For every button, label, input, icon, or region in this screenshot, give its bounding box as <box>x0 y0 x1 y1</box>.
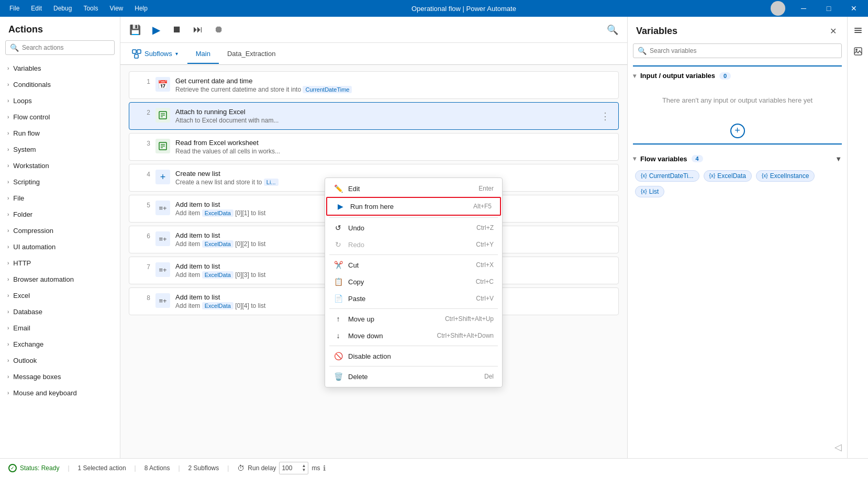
ctx-move-down[interactable]: ↓ Move down Ctrl+Shift+Alt+Down <box>325 327 502 344</box>
menu-file[interactable]: File <box>4 3 25 14</box>
flow-vars-header[interactable]: ▾ Flow variables 4 ▼ <box>633 150 842 166</box>
sidebar-item-conditionals[interactable]: › Conditionals <box>0 76 120 93</box>
add-variable-button[interactable]: + <box>633 124 842 138</box>
subflows-button[interactable]: Subflows ▾ <box>127 46 183 62</box>
record-button[interactable]: ⏺ <box>210 21 227 38</box>
layers-button[interactable] <box>850 22 866 39</box>
ctx-disable[interactable]: 🚫 Disable action <box>325 348 502 364</box>
vars-search-container[interactable]: 🔍 <box>633 43 842 58</box>
sidebar-item-ui-automation[interactable]: › UI automation <box>0 239 120 255</box>
flow-step-1[interactable]: 1 📅 Get current date and time Retrieve t… <box>129 71 619 99</box>
step-more-icon[interactable]: ⋮ <box>598 110 612 122</box>
step-content: Read from Excel worksheet Read the value… <box>175 139 612 155</box>
ctx-cut[interactable]: ✂️ Cut Ctrl+X <box>325 257 502 273</box>
menu-view[interactable]: View <box>104 3 128 14</box>
sidebar-item-http[interactable]: › HTTP <box>0 255 120 271</box>
menu-tools[interactable]: Tools <box>78 3 103 14</box>
sidebar-item-loops[interactable]: › Loops <box>0 93 120 109</box>
add-circle-icon[interactable]: + <box>730 124 745 138</box>
vars-search-input[interactable] <box>650 47 837 54</box>
var-chip-excelinstance[interactable]: {x} ExcelInstance <box>756 170 815 182</box>
close-button[interactable]: ✕ <box>842 0 866 17</box>
step-title: Read from Excel worksheet <box>175 139 612 147</box>
sidebar-item-flow-control[interactable]: › Flow control <box>0 109 120 125</box>
ctx-paste[interactable]: 📄 Paste Ctrl+V <box>325 290 502 307</box>
sidebar-item-label: UI automation <box>13 243 55 251</box>
flow-step-2[interactable]: 2 Attach to running Excel Attach to Exce… <box>129 102 619 130</box>
sidebar-item-workstation[interactable]: › Workstation <box>0 158 120 174</box>
menu-bar[interactable]: File Edit Debug Tools View Help <box>0 3 157 14</box>
flow-step-3[interactable]: 3 Read from Excel worksheet Read the val… <box>129 133 619 161</box>
sidebar-item-system[interactable]: › System <box>0 141 120 158</box>
expand-icon: › <box>7 260 9 266</box>
ctx-move-up-shortcut: Ctrl+Shift+Alt+Up <box>445 315 494 323</box>
step-number: 1 <box>136 77 150 85</box>
step-title: Create new list <box>175 170 612 178</box>
sidebar-item-run-flow[interactable]: › Run flow <box>0 125 120 141</box>
spinners[interactable]: ▲ ▼ <box>302 464 306 472</box>
svg-rect-13 <box>854 32 862 33</box>
ctx-move-up[interactable]: ↑ Move up Ctrl+Shift+Alt+Up <box>325 310 502 327</box>
ctx-redo-shortcut: Ctrl+Y <box>476 241 494 248</box>
ctx-undo-label: Undo <box>348 224 364 232</box>
expand-icon: › <box>7 212 9 217</box>
window-controls[interactable]: ─ □ ✕ <box>792 0 866 17</box>
run-delay-input[interactable]: 100 ▲ ▼ <box>279 462 308 474</box>
var-chip-list[interactable]: {x} List <box>635 186 664 197</box>
vars-close-button[interactable]: ✕ <box>828 24 839 38</box>
sidebar-item-compression[interactable]: › Compression <box>0 223 120 239</box>
image-button[interactable] <box>850 43 866 60</box>
sidebar-item-outlook[interactable]: › Outlook <box>0 352 120 369</box>
sidebar-item-scripting[interactable]: › Scripting <box>0 174 120 190</box>
flow-vars-chevron: ▾ <box>633 155 636 162</box>
sidebar-item-label: Flow control <box>13 113 50 121</box>
sidebar-item-database[interactable]: › Database <box>0 304 120 320</box>
svg-point-15 <box>855 49 858 51</box>
step-content: Attach to running Excel Attach to Excel … <box>175 108 598 124</box>
filter-icon[interactable]: ▼ <box>835 155 842 163</box>
sidebar-item-file[interactable]: › File <box>0 190 120 206</box>
search-toolbar-button[interactable]: 🔍 <box>604 21 621 38</box>
ctx-undo[interactable]: ↺ Undo Ctrl+Z <box>325 219 502 236</box>
sidebar-item-label: Compression <box>13 227 53 235</box>
step-icon <box>155 139 170 153</box>
flow-canvas[interactable]: 1 📅 Get current date and time Retrieve t… <box>120 65 627 458</box>
var-chip-exceldata[interactable]: {x} ExcelData <box>704 170 752 182</box>
search-input[interactable] <box>22 44 110 51</box>
clock-icon: ⏱ <box>237 464 244 472</box>
ctx-run-label: Run from here <box>350 203 394 210</box>
sidebar-item-label: Message boxes <box>13 373 61 381</box>
menu-help[interactable]: Help <box>129 3 153 14</box>
ctx-delete[interactable]: 🗑️ Delete Del <box>325 368 502 385</box>
input-output-header[interactable]: ▾ Input / output variables 0 <box>633 66 842 83</box>
undo-icon: ↺ <box>333 224 343 232</box>
minimize-button[interactable]: ─ <box>792 0 816 17</box>
sidebar-item-variables[interactable]: › Variables <box>0 60 120 76</box>
run-button[interactable]: ▶ <box>148 21 164 38</box>
subflows-chevron[interactable]: ▾ <box>175 51 178 57</box>
save-button[interactable]: 💾 <box>127 21 143 38</box>
actions-search-container[interactable]: 🔍 <box>5 40 115 55</box>
spinner-down[interactable]: ▼ <box>302 468 306 472</box>
sidebar-item-exchange[interactable]: › Exchange <box>0 336 120 352</box>
expand-icon: › <box>7 390 9 396</box>
menu-debug[interactable]: Debug <box>48 3 77 14</box>
back-icon[interactable]: ◁ <box>834 441 842 453</box>
sidebar-item-browser-automation[interactable]: › Browser automation <box>0 271 120 287</box>
var-chip-datetime[interactable]: {x} CurrentDateTi... <box>635 170 699 182</box>
sidebar-item-email[interactable]: › Email <box>0 320 120 336</box>
ctx-copy[interactable]: 📋 Copy Ctrl+C <box>325 273 502 290</box>
ctx-run-from-here[interactable]: ▶ Run from here Alt+F5 <box>326 197 501 216</box>
next-button[interactable]: ⏭ <box>190 21 206 38</box>
sidebar-item-mouse-keyboard[interactable]: › Mouse and keyboard <box>0 385 120 401</box>
sidebar-item-folder[interactable]: › Folder <box>0 206 120 223</box>
sidebar-item-excel[interactable]: › Excel <box>0 287 120 304</box>
maximize-button[interactable]: □ <box>817 0 841 17</box>
tab-main[interactable]: Main <box>187 45 219 64</box>
ctx-paste-shortcut: Ctrl+V <box>476 295 494 302</box>
tab-data-extraction[interactable]: Data_Extraction <box>219 45 284 64</box>
menu-edit[interactable]: Edit <box>26 3 47 14</box>
sidebar-item-message-boxes[interactable]: › Message boxes <box>0 369 120 385</box>
ctx-edit[interactable]: ✏️ Edit Enter <box>325 180 502 197</box>
stop-button[interactable]: ⏹ <box>169 21 185 38</box>
